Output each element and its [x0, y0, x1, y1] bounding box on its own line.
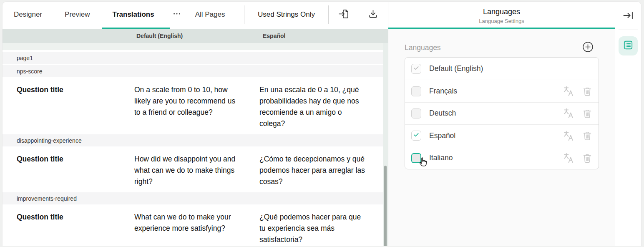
english-text-cell[interactable]: What can we do to make your experience m… [132, 212, 257, 245]
translations-area: Designer Preview Translations All Pages … [3, 2, 388, 246]
table-row: Question title What can we do to make yo… [3, 204, 383, 246]
scrollbar-track [383, 43, 388, 246]
group-row-nps-score: nps-score [3, 65, 383, 77]
tab-bar-actions: Used Strings Only [244, 2, 388, 28]
list-item-deutsch: Deutsch [405, 102, 599, 124]
list-item-italiano: Italiano [405, 147, 599, 169]
trash-icon[interactable] [582, 86, 593, 97]
checkbox-default-english [411, 64, 421, 74]
string-label: Question title [3, 212, 132, 245]
add-language-button[interactable] [582, 41, 594, 54]
divider [619, 30, 638, 30]
checkmark-icon [413, 131, 420, 140]
string-label: Question title [3, 154, 132, 187]
checkbox-francais[interactable] [411, 86, 421, 96]
auto-translate-icon[interactable] [564, 108, 575, 119]
language-label: Français [429, 87, 564, 96]
checkbox-espanol[interactable] [411, 131, 421, 141]
strings-filter-dropdown[interactable]: Used Strings Only [244, 10, 328, 19]
list-item-default-english: Default (English) [405, 58, 599, 80]
tab-translations[interactable]: Translations [104, 2, 163, 28]
auto-translate-icon[interactable] [564, 130, 575, 141]
language-label: Deutsch [429, 109, 564, 118]
languages-section-header: Languages [405, 39, 599, 56]
language-label: Italiano [429, 154, 564, 162]
language-list: Default (English) Français [405, 57, 599, 169]
export-button[interactable] [358, 2, 388, 28]
tab-bar: Designer Preview Translations All Pages … [3, 2, 388, 28]
column-header-default-english: Default (English) [136, 29, 183, 43]
list-item-espanol: Español [405, 124, 599, 146]
auto-translate-icon[interactable] [564, 86, 575, 97]
trash-icon[interactable] [582, 130, 593, 141]
panel-header: Languages Language Settings [388, 2, 615, 29]
plus-circle-icon [582, 41, 594, 54]
group-row-disappointing-experience: disappointing-experience [3, 134, 383, 146]
active-tab-underline [102, 28, 170, 29]
pages-filter-dropdown[interactable]: All Pages [186, 2, 234, 28]
spanish-text-cell[interactable]: En una escala de 0 a 10, ¿qué probabilid… [257, 84, 382, 129]
trash-icon[interactable] [582, 153, 593, 164]
ellipsis-icon [172, 9, 181, 20]
checkmark-icon [413, 65, 420, 73]
list-item-francais: Français [405, 80, 599, 102]
panel-subtitle: Language Settings [388, 18, 615, 24]
english-text-cell[interactable]: On a scale from 0 to 10, how likely are … [132, 84, 257, 129]
table-row: Question title How did we disappoint you… [3, 146, 383, 191]
grid-header-substrip [3, 43, 383, 50]
trash-icon[interactable] [582, 108, 593, 119]
language-settings-icon [623, 40, 634, 52]
table-row: Question title On a scale from 0 to 10, … [3, 77, 383, 133]
collapse-panel-icon [622, 10, 634, 23]
group-row-improvements-required: improvements-required [3, 192, 383, 204]
languages-section-label: Languages [405, 43, 441, 52]
download-icon [367, 8, 379, 22]
string-label: Question title [3, 84, 132, 129]
import-file-icon [337, 8, 350, 22]
checkbox-italiano[interactable] [411, 153, 421, 163]
panel-title: Languages [388, 2, 615, 16]
import-button[interactable] [329, 2, 358, 28]
language-label: Español [429, 131, 564, 140]
tab-designer[interactable]: Designer [5, 2, 51, 28]
side-toolbar [615, 2, 641, 246]
language-label: Default (English) [429, 64, 593, 73]
more-tabs-button[interactable] [167, 2, 186, 28]
language-settings-tab-button[interactable] [619, 36, 638, 55]
auto-translate-icon[interactable] [564, 152, 575, 164]
collapse-panel-button[interactable] [622, 10, 634, 23]
translation-grid-header: Default (English) Español [3, 29, 388, 43]
language-settings-panel: Languages Language Settings Languages [388, 2, 615, 246]
checkbox-deutsch[interactable] [411, 108, 421, 118]
column-header-espanol: Español [263, 29, 285, 43]
spanish-text-cell[interactable]: ¿Qué podemos hacer para que tu experienc… [257, 212, 382, 245]
translation-grid: page1 nps-score Question title On a scal… [3, 50, 383, 246]
app-window: Designer Preview Translations All Pages … [3, 2, 641, 246]
tab-preview[interactable]: Preview [56, 2, 98, 28]
english-text-cell[interactable]: How did we disappoint you and what can w… [132, 154, 257, 187]
spanish-text-cell[interactable]: ¿Cómo te decepcionamos y qué podemos hac… [257, 154, 382, 187]
group-row-page1: page1 [3, 52, 383, 64]
scrollbar-thumb[interactable] [384, 166, 387, 246]
